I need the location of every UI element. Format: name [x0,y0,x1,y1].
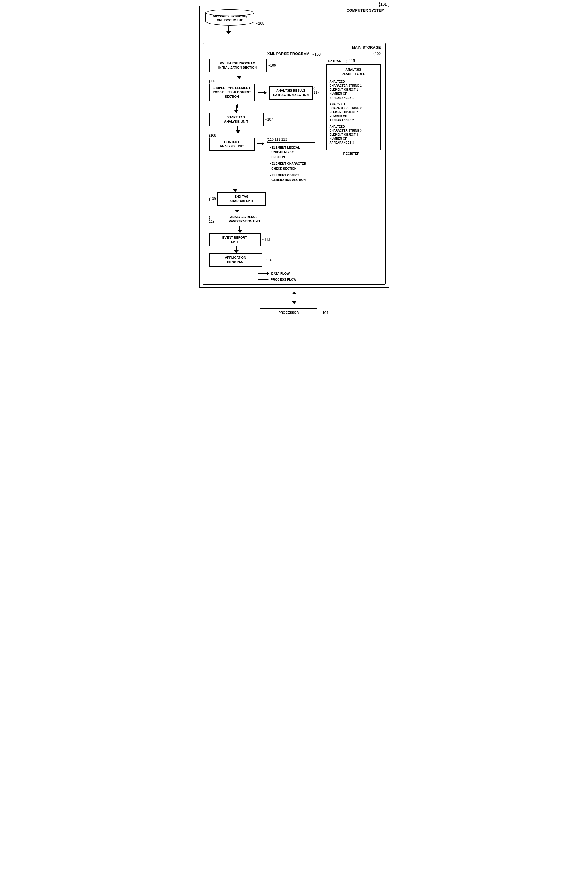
analysis-result-table-box: ANALYSISRESULT TABLE ANALYZED CHARACTER … [326,64,381,150]
ref-109: 109 [210,197,216,201]
inner-unit-3: • ELEMENT OBJECT GENERATION SECTION [270,173,312,183]
legend-process-flow-label: PROCESS FLOW [271,278,297,281]
processor-section: PROCESSOR ~104 [199,307,389,317]
legend-process-flow: PROCESS FLOW [258,278,297,281]
register-label: REGISTER [344,152,360,155]
arrow-event-to-app [234,246,238,253]
start-tag-label: START TAGANALYSIS UNIT [224,116,248,123]
processor-label: PROCESSOR [279,311,299,314]
legend-data-flow-arrow [258,271,269,275]
auxiliary-storage-section: AUXILIARY STORAGE,XML DOCUMENT ~105 [206,9,386,34]
main-storage-box: MAIN STORAGE {102 XML PARSE PROGRAM ~103… [202,43,386,285]
init-section-box: XML PARSE PROGRAMINITIALIZATION SECTION [209,59,267,72]
computer-system-box: COMPUTER SYSTEM {101 AUXILIARY STORAGE,X… [199,6,389,288]
analysis-extraction-box: ANALYSIS RESULTEXTRACTION SECTION [269,86,313,100]
arrow-content-to-inner [257,142,264,146]
xml-parse-program-label: XML PARSE PROGRAM [267,51,309,56]
table-entry-3: ANALYZED CHARACTER STRING 3 ELEMENT OBJE… [330,125,377,145]
ref-103: ~103 [312,52,321,56]
analysis-extraction-label: ANALYSIS RESULTEXTRACTION SECTION [273,89,309,96]
arrow-init-to-simple [237,72,242,79]
arrow-start-to-content [236,126,240,133]
arrow-simple-to-extraction [258,90,267,95]
processor-box: PROCESSOR [260,308,318,317]
init-section-label: XML PARSE PROGRAMINITIALIZATION SECTION [219,62,257,69]
analysis-result-table-title: ANALYSISRESULT TABLE [330,67,377,78]
arrow-reg-to-event [238,226,242,233]
ref-116: 116 [211,79,216,83]
end-tag-box: END TAGANALYSIS UNIT [217,192,266,206]
application-program-box: APPLICATIONPROGRAM [209,253,262,267]
ref-115: 115 [349,59,355,63]
ref-107: ~107 [266,117,273,122]
auxiliary-storage-box: AUXILIARY STORAGE,XML DOCUMENT [206,9,254,26]
ref-117: 117 [314,90,320,95]
ref-116-label: { [209,79,210,84]
ref-106: ~106 [268,63,276,68]
table-entry-1: ANALYZED CHARACTER STRING 1 ELEMENT OBJE… [330,80,377,100]
simple-type-label: SIMPLE TYPE ELEMENTPOSSIBILITY JUDGMENTS… [213,86,251,99]
ref-118: 118 [209,219,215,224]
table-entry-2: ANALYZED CHARACTER STRING 2 ELEMENT OBJE… [330,102,377,122]
auxiliary-storage-label: AUXILIARY STORAGE,XML DOCUMENT [213,14,247,22]
main-storage-label: MAIN STORAGE [352,45,381,50]
inner-unit-1: • ELEMENT LEXICAL UNIT ANALYSIS SECTION [270,145,312,159]
legend-data-flow-label: DATA FLOW [272,272,290,275]
event-report-box: EVENT REPORTUNIT [209,233,261,247]
content-analysis-box: CONTENTANALYSIS UNIT [209,138,255,151]
ref-110-111-112: 110,111,112 [268,137,287,141]
ref-114: ~114 [264,258,272,262]
analysis-result-reg-box: ANALYSIS RESULTREGISTRATION UNIT [216,213,273,226]
arrow-computer-to-processor [199,292,389,304]
diagram-page: COMPUTER SYSTEM {101 AUXILIARY STORAGE,X… [199,6,389,317]
ref-104: ~104 [320,311,328,315]
arrow-extraction-to-simple-feedback [236,104,261,108]
legend-process-flow-arrow [258,278,268,281]
ref-108: 108 [210,133,216,137]
inner-units-box: • ELEMENT LEXICAL UNIT ANALYSIS SECTION … [267,142,315,185]
start-tag-box: START TAGANALYSIS UNIT [209,113,264,126]
ref-113: ~113 [262,238,270,242]
extract-label: EXTRACT [328,59,344,63]
arrow-end-to-reg [235,206,240,213]
arrow-content-to-end [233,185,237,192]
end-tag-label: END TAGANALYSIS UNIT [230,195,253,203]
event-report-label: EVENT REPORTUNIT [222,236,247,244]
computer-system-label: COMPUTER SYSTEM [346,8,384,12]
application-program-label: APPLICATIONPROGRAM [225,256,246,263]
content-analysis-label: CONTENTANALYSIS UNIT [220,140,244,148]
ref-105: ~105 [256,21,264,26]
analysis-result-reg-label: ANALYSIS RESULTREGISTRATION UNIT [228,215,261,223]
legend: DATA FLOW PROCESS FLOW [258,271,297,281]
ref-101: {101 [379,1,387,7]
legend-data-flow: DATA FLOW [258,271,297,275]
ref-102: {102 [373,51,381,56]
arrow-aux-to-main [226,26,231,34]
inner-unit-2: • ELEMENT CHARACTER CHECK SECTION [270,161,312,171]
simple-type-box: SIMPLE TYPE ELEMENTPOSSIBILITY JUDGMENTS… [209,84,255,101]
